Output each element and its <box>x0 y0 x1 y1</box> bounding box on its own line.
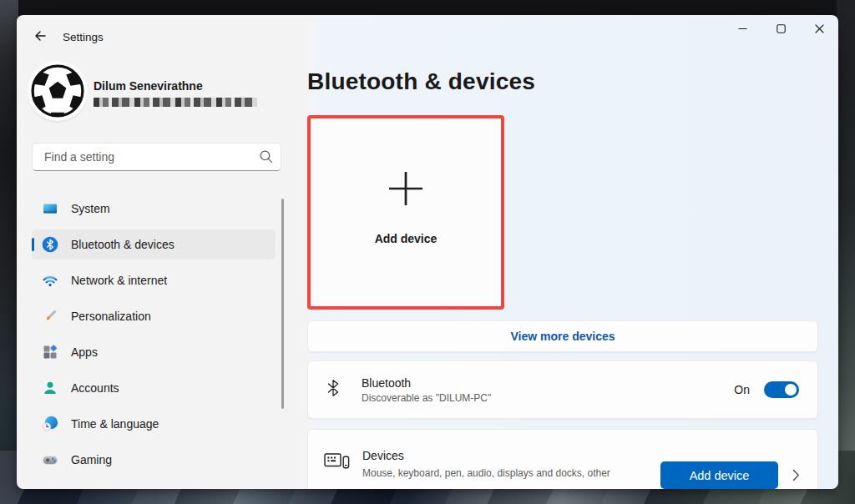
sidebar-item-bluetooth-devices[interactable]: Bluetooth & devices <box>32 229 276 260</box>
window-title: Settings <box>63 27 104 48</box>
wallpaper-right <box>837 0 855 504</box>
system-icon <box>42 200 58 217</box>
time-language-icon <box>42 416 58 432</box>
avatar <box>30 63 85 118</box>
sidebar-item-label: Bluetooth & devices <box>71 238 175 251</box>
add-device-button[interactable]: Add device <box>660 461 778 489</box>
devices-subtitle: Mouse, keyboard, pen, audio, displays an… <box>362 467 653 479</box>
sidebar-item-apps[interactable]: Apps <box>32 337 276 367</box>
devices-icon <box>324 452 350 474</box>
sidebar-item-label: Personalization <box>71 310 151 323</box>
close-icon <box>815 22 824 37</box>
bluetooth-row: Bluetooth Discoverable as "DILUM-PC" On <box>307 360 818 419</box>
sidebar-item-label: System <box>71 202 110 215</box>
minimize-button[interactable] <box>723 15 761 43</box>
window-controls <box>723 15 838 47</box>
settings-window: Settings Dilum Senevirathne <box>17 15 838 489</box>
search-box <box>32 143 281 171</box>
sidebar: System Bluetooth & devices Network & int… <box>32 194 276 481</box>
bluetooth-toggle[interactable] <box>764 381 799 398</box>
toggle-state-label: On <box>734 383 750 396</box>
apps-icon <box>42 344 58 360</box>
bluetooth-title: Bluetooth <box>362 376 491 390</box>
network-icon <box>42 272 58 289</box>
sidebar-item-label: Accounts <box>71 381 119 395</box>
sidebar-scrollbar[interactable] <box>281 199 284 409</box>
search-input[interactable] <box>43 144 255 169</box>
user-name: Dilum Senevirathne <box>94 79 203 93</box>
plus-icon <box>386 169 426 212</box>
devices-title: Devices <box>362 449 404 462</box>
sidebar-item-time-language[interactable]: Time & language <box>32 409 276 439</box>
maximize-icon <box>777 22 786 37</box>
chevron-right-icon <box>792 469 800 485</box>
sidebar-item-label: Time & language <box>71 417 159 431</box>
sidebar-item-label: Gaming <box>71 453 112 466</box>
bluetooth-icon <box>42 236 58 253</box>
gaming-icon <box>42 451 58 468</box>
sidebar-item-system[interactable]: System <box>32 194 276 224</box>
sidebar-item-label: Network & internet <box>71 274 167 287</box>
view-more-devices-button[interactable]: View more devices <box>307 320 818 352</box>
page-title: Bluetooth & devices <box>307 68 535 95</box>
bluetooth-toggle-group: On <box>734 381 799 398</box>
sidebar-item-gaming[interactable]: Gaming <box>32 445 276 475</box>
bluetooth-row-text: Bluetooth Discoverable as "DILUM-PC" <box>362 376 491 404</box>
sidebar-item-personalization[interactable]: Personalization <box>32 301 276 331</box>
view-more-devices-label: View more devices <box>510 330 615 343</box>
add-device-tile[interactable]: Add device <box>307 115 504 310</box>
close-button[interactable] <box>800 15 838 43</box>
back-arrow-icon <box>33 29 47 46</box>
user-email-redacted <box>94 98 257 107</box>
accounts-icon <box>42 380 58 396</box>
bluetooth-subtitle: Discoverable as "DILUM-PC" <box>362 392 491 404</box>
search-icon <box>259 149 273 167</box>
add-device-tile-label: Add device <box>375 232 438 245</box>
sidebar-item-network-internet[interactable]: Network & internet <box>32 265 276 295</box>
maximize-button[interactable] <box>761 15 800 43</box>
bluetooth-rune-icon <box>326 379 341 401</box>
devices-row[interactable]: Devices Mouse, keyboard, pen, audio, dis… <box>307 429 818 489</box>
minimize-icon <box>738 22 747 37</box>
sidebar-item-accounts[interactable]: Accounts <box>32 373 276 403</box>
back-button[interactable] <box>27 26 53 49</box>
sidebar-item-label: Apps <box>71 345 98 359</box>
soccer-ball-image <box>30 63 85 118</box>
wallpaper-left <box>0 0 18 504</box>
personalization-icon <box>42 308 58 325</box>
